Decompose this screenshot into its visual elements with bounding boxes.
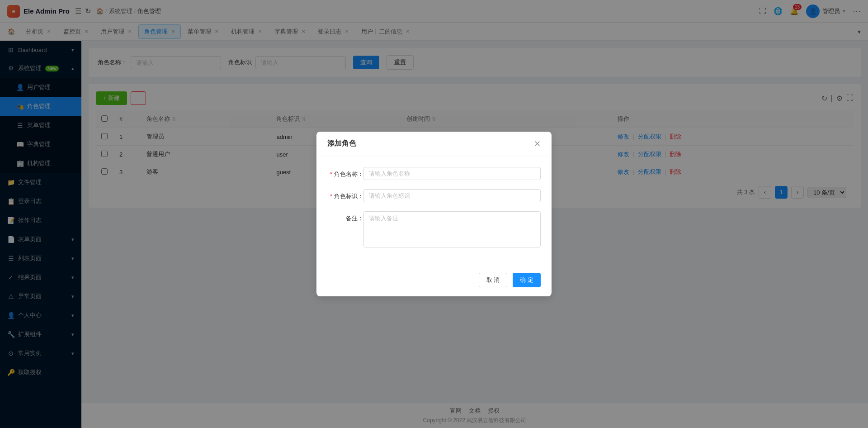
modal-overlay[interactable]: 添加角色 ✕ 角色名称： 角色标识： 备注： 取 消 确 定 — [0, 0, 868, 428]
form-label-role-id: 角色标识： — [327, 189, 363, 200]
modal-close-button[interactable]: ✕ — [534, 140, 541, 148]
form-item-role-name: 角色名称： — [327, 167, 541, 180]
modal-footer: 取 消 确 定 — [316, 267, 552, 296]
form-item-role-id: 角色标识： — [327, 189, 541, 202]
modal-title: 添加角色 — [327, 139, 356, 148]
modal-body: 角色名称： 角色标识： 备注： — [316, 156, 552, 267]
form-label-remark: 备注： — [327, 211, 363, 223]
modal-remark-input[interactable] — [363, 211, 541, 247]
modal-role-id-input[interactable] — [363, 189, 541, 202]
add-role-modal: 添加角色 ✕ 角色名称： 角色标识： 备注： 取 消 确 定 — [316, 132, 552, 296]
form-item-remark: 备注： — [327, 211, 541, 247]
modal-header: 添加角色 ✕ — [316, 132, 552, 156]
form-label-role-name: 角色名称： — [327, 167, 363, 178]
modal-confirm-button[interactable]: 确 定 — [513, 273, 541, 287]
modal-role-name-input[interactable] — [363, 167, 541, 180]
modal-cancel-button[interactable]: 取 消 — [479, 273, 508, 287]
